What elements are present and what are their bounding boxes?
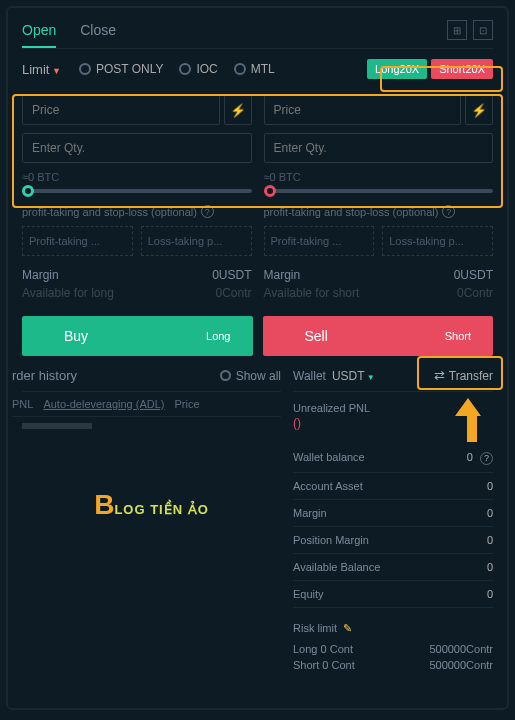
buy-margin-value: 0USDT — [212, 268, 251, 282]
sell-column: ⚡ ≈0 BTC profit-taking and stop-loss (op… — [264, 95, 494, 304]
order-history-title: rder history — [12, 368, 77, 383]
leverage-long-button[interactable]: Long20X — [367, 59, 427, 79]
buy-qty-slider[interactable] — [22, 189, 252, 193]
radio-post-only[interactable]: POST ONLY — [79, 62, 164, 76]
equity-label: Equity — [293, 588, 324, 600]
sell-price-bolt-icon[interactable]: ⚡ — [465, 95, 493, 125]
buy-price-input[interactable] — [22, 95, 220, 125]
margin-value: 0 — [487, 507, 493, 519]
buy-approx-label: ≈0 BTC — [22, 171, 252, 183]
available-balance-label: Available Balance — [293, 561, 380, 573]
tab-close[interactable]: Close — [80, 22, 116, 38]
account-asset-value: 0 — [487, 480, 493, 492]
settings-icon[interactable]: ⊡ — [473, 20, 493, 40]
transfer-button[interactable]: ⇄ Transfer — [434, 368, 493, 383]
buy-long-button[interactable]: BuyLong — [22, 316, 253, 356]
available-balance-value: 0 — [487, 561, 493, 573]
position-margin-value: 0 — [487, 534, 493, 546]
help-icon[interactable]: ? — [480, 452, 493, 465]
calculator-icon[interactable]: ⊞ — [447, 20, 467, 40]
transfer-icon: ⇄ — [434, 368, 445, 383]
hist-tab-adl[interactable]: Auto-deleveraging (ADL) — [43, 398, 164, 410]
buy-column: ⚡ ≈0 BTC profit-taking and stop-loss (op… — [22, 95, 252, 304]
wallet-balance-label: Wallet balance — [293, 451, 365, 465]
wallet-currency-dropdown[interactable]: USDT — [332, 369, 375, 383]
risk-short-value: 500000Contr — [429, 659, 493, 671]
buy-price-bolt-icon[interactable]: ⚡ — [224, 95, 252, 125]
unrealized-pnl-label: Unrealized PNL — [293, 402, 493, 414]
order-entry-area: ⚡ ≈0 BTC profit-taking and stop-loss (op… — [22, 89, 493, 310]
account-asset-label: Account Asset — [293, 480, 363, 492]
risk-long-label: Long 0 Cont — [293, 643, 353, 655]
wallet-label: Wallet — [293, 369, 326, 383]
help-icon[interactable]: ? — [201, 205, 214, 218]
risk-short-label: Short 0 Cont — [293, 659, 355, 671]
watermark-logo: BLOG TIỀN ẢO — [22, 489, 281, 521]
buy-available-label: Available for long — [22, 286, 114, 300]
sell-qty-input[interactable] — [264, 133, 494, 163]
unrealized-pnl-value: () — [293, 416, 493, 430]
hist-tab-pnl[interactable]: PNL — [12, 398, 33, 410]
wallet-balance-value: 0 — [467, 451, 473, 463]
radio-mtl[interactable]: MTL — [234, 62, 275, 76]
sell-price-input[interactable] — [264, 95, 462, 125]
equity-value: 0 — [487, 588, 493, 600]
sell-margin-label: Margin — [264, 268, 301, 282]
sell-available-label: Available for short — [264, 286, 360, 300]
buy-loss-taking-button[interactable]: Loss-taking p... — [141, 226, 252, 256]
risk-limit-label: Risk limit — [293, 622, 337, 634]
buy-margin-label: Margin — [22, 268, 59, 282]
order-type-row: Limit POST ONLY IOC MTL Long20X Short20X — [22, 59, 493, 79]
sell-approx-label: ≈0 BTC — [264, 171, 494, 183]
edit-icon[interactable]: ✎ — [343, 622, 352, 635]
sell-qty-slider[interactable] — [264, 189, 494, 193]
sell-available-value: 0Contr — [457, 286, 493, 300]
tab-open[interactable]: Open — [22, 22, 56, 48]
margin-label: Margin — [293, 507, 327, 519]
help-icon[interactable]: ? — [442, 205, 455, 218]
position-margin-label: Position Margin — [293, 534, 369, 546]
risk-long-value: 500000Contr — [429, 643, 493, 655]
sell-short-button[interactable]: SellShort — [263, 316, 494, 356]
buy-qty-input[interactable] — [22, 133, 252, 163]
buy-tpsl-label: profit-taking and stop-loss (optional)? — [22, 205, 252, 218]
buy-available-value: 0Contr — [215, 286, 251, 300]
buy-profit-taking-button[interactable]: Profit-taking ... — [22, 226, 133, 256]
hist-tab-price[interactable]: Price — [174, 398, 199, 410]
position-tabs: Open Close ⊞ ⊡ — [22, 20, 493, 49]
sell-loss-taking-button[interactable]: Loss-taking p... — [382, 226, 493, 256]
order-type-dropdown[interactable]: Limit — [22, 62, 61, 77]
sell-profit-taking-button[interactable]: Profit-taking ... — [264, 226, 375, 256]
leverage-short-button[interactable]: Short20X — [431, 59, 493, 79]
sell-margin-value: 0USDT — [454, 268, 493, 282]
show-all-toggle[interactable]: Show all — [220, 369, 281, 383]
sell-tpsl-label: profit-taking and stop-loss (optional)? — [264, 205, 494, 218]
history-bar — [22, 423, 92, 429]
radio-ioc[interactable]: IOC — [179, 62, 217, 76]
